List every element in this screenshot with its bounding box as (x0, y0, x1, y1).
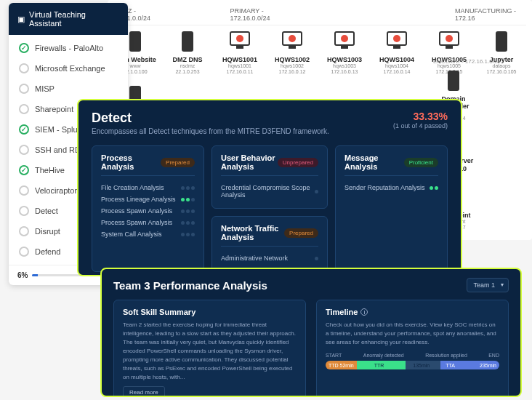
detect-percent: 33.33% (393, 111, 448, 122)
technique-item[interactable]: Process Spawn Analysis (101, 205, 195, 217)
info-icon[interactable]: i (360, 308, 368, 316)
detect-subtitle: Encompasses all Detect techniques from t… (92, 127, 329, 135)
vta-item-0[interactable]: Firewalls - PaloAlto (9, 38, 128, 58)
technique-item[interactable]: Sender Reputation Analysis (344, 182, 438, 193)
technique-item[interactable]: Process Lineage Analysis (101, 193, 195, 205)
team-title: Team 3 Performance Analysis (113, 279, 267, 292)
vta-item-label: Disrupt (35, 227, 60, 236)
server-icon (490, 31, 513, 55)
network-sections: DMZ - 22.1.0.0/24 PRIMARY - 172.16.0.0/2… (113, 6, 526, 25)
soft-skill-title: Soft Skill Summary (123, 308, 297, 316)
network-traffic-card[interactable]: Network Traffic AnalysisPreparedAdminist… (211, 216, 328, 272)
vta-item-1[interactable]: Microsoft Exchange (9, 58, 128, 79)
timeline-title: Timeline (326, 308, 358, 316)
network-node[interactable]: HQWS1001hqws1001172.16.0.11 (218, 30, 262, 76)
network-node[interactable]: HQWS1003hqws1003172.16.0.13 (323, 30, 366, 76)
vta-title: Virtual Teaching Assistant (29, 10, 119, 28)
radio-icon (19, 206, 29, 216)
status-pill: Prepared (284, 228, 318, 238)
timeline-bar: TTD 52min TTR 135min TTA 235min (326, 361, 499, 369)
read-more-button[interactable]: Read more (123, 386, 165, 397)
vta-item-label: Detect (35, 207, 58, 215)
progress-pct: 6% (17, 271, 28, 279)
radio-icon (19, 104, 29, 114)
detect-panel: Detect Encompasses all Detect techniques… (77, 99, 462, 276)
network-node[interactable]: HQWS1004hqws1004172.16.0.14 (375, 30, 419, 76)
vta-item-label: MISP (35, 84, 55, 93)
radio-icon (19, 145, 29, 155)
vta-item-2[interactable]: MISP (9, 79, 128, 99)
workstation-icon (385, 31, 408, 55)
timeline-body: Check out how you did on this exercise. … (326, 321, 499, 347)
radio-icon (19, 84, 29, 94)
technique-item[interactable]: System Call Analysis (101, 228, 195, 240)
technique-item[interactable]: File Creation Analysis (101, 182, 195, 193)
technique-item[interactable]: Administrative Network (221, 252, 318, 264)
vta-item-label: Velociraptor (35, 186, 77, 195)
team-selector[interactable]: Team 1 (467, 278, 509, 292)
workstation-icon (438, 31, 461, 55)
workstation-icon (228, 31, 251, 55)
card-title: Network Traffic Analysis (221, 224, 284, 241)
vta-item-label: Firewalls - PaloAlto (35, 44, 103, 52)
soft-skill-body: Team 2 started the exercise hoping for i… (123, 321, 297, 382)
vta-icon: ▣ (17, 15, 25, 24)
radio-icon (19, 185, 29, 196)
network-node[interactable]: DMZ DNSnsdmz22.1.0.253 (166, 30, 209, 76)
network-node[interactable]: HQWS1002hqws1002172.16.0.12 (270, 30, 314, 76)
timeline-card: Timeline i Check out how you did on this… (316, 300, 509, 397)
message-analysis-card[interactable]: Message AnalysisProficientSender Reputat… (335, 145, 448, 272)
card-title: Message Analysis (344, 153, 404, 171)
status-pill: Unprepared (278, 158, 318, 167)
technique-item[interactable]: Credential Compromise Scope Analysis (221, 182, 318, 201)
check-icon (19, 165, 29, 175)
user-behavior-card[interactable]: User Behavior AnalysisUnpreparedCredenti… (211, 145, 328, 209)
radio-icon (19, 63, 29, 73)
radio-icon (19, 226, 29, 236)
server-icon (442, 71, 465, 94)
vta-item-label: Defend (35, 247, 60, 256)
technique-item[interactable]: Process Spawn Analysis (101, 217, 195, 228)
workstation-icon (333, 31, 356, 55)
detect-passed: (1 out of 4 passed) (393, 122, 448, 129)
vta-item-label: Sharepoint (35, 105, 73, 113)
status-pill: Proficient (404, 158, 438, 167)
card-title: Process Analysis (101, 153, 161, 171)
vta-item-label: Microsoft Exchange (35, 64, 105, 73)
workstation-icon (281, 31, 304, 55)
soft-skill-card: Soft Skill Summary Team 2 started the ex… (113, 300, 306, 397)
vta-header: ▣ Virtual Teaching Assistant (9, 3, 128, 35)
team-performance-panel: Team 3 Performance Analysis Team 1 Soft … (100, 268, 522, 397)
check-icon (19, 43, 29, 53)
detect-title: Detect (92, 111, 329, 126)
status-pill: Prepared (161, 158, 195, 167)
vta-item-label: TheHive (35, 166, 65, 175)
radio-icon (19, 247, 29, 257)
server-icon (176, 31, 199, 55)
card-title: User Behavior Analysis (221, 153, 278, 171)
process-analysis-card[interactable]: Process AnalysisPreparedFile Creation An… (92, 145, 204, 272)
check-icon (19, 124, 29, 135)
